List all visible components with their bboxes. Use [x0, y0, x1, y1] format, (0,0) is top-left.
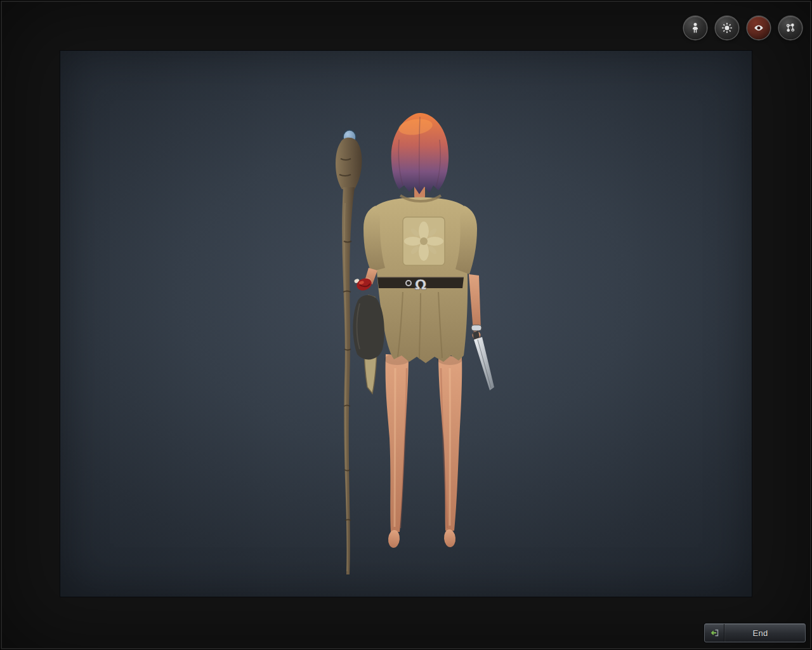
end-button-label: End	[724, 624, 805, 642]
exit-icon	[705, 624, 724, 642]
end-button[interactable]: End	[704, 623, 806, 642]
molecule-icon	[784, 22, 797, 34]
eye-button[interactable]	[747, 17, 770, 39]
lighting-button[interactable]	[716, 17, 738, 39]
eye-icon	[752, 22, 765, 34]
sun-icon	[721, 22, 733, 34]
nodes-button[interactable]	[779, 17, 802, 39]
svg-text:Ω: Ω	[415, 277, 427, 293]
person-icon	[689, 22, 702, 34]
character-model: Ω	[60, 51, 752, 597]
character-view-button[interactable]	[684, 17, 707, 39]
toolbar	[684, 17, 802, 39]
window-frame: Ω	[0, 0, 812, 650]
character-viewport[interactable]: Ω	[60, 51, 752, 597]
